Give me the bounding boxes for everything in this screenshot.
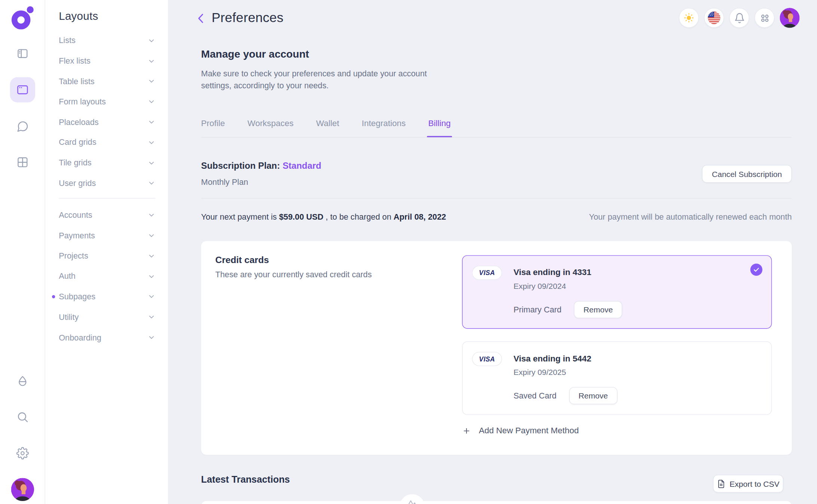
visa-logo: VISA: [472, 352, 502, 366]
theme-sun-icon[interactable]: [679, 8, 699, 28]
sidebar-item-projects[interactable]: Projects: [45, 246, 168, 266]
sidebar-nav: Lists Flex lists Table lists Form layout…: [45, 30, 168, 348]
logo-ring: [12, 10, 31, 30]
layouts-window-icon[interactable]: [10, 77, 35, 102]
sidebar-item-form-layouts[interactable]: Form layouts: [45, 92, 168, 112]
notifications-bell-icon[interactable]: [729, 8, 749, 28]
sidebar-item-utility[interactable]: Utility: [45, 307, 168, 327]
layouts-sidebar: Layouts Lists Flex lists Table lists For…: [45, 0, 169, 504]
section-heading: Manage your account: [201, 48, 309, 60]
tab-workspaces[interactable]: Workspaces: [248, 119, 294, 129]
visa-logo: VISA: [472, 266, 502, 280]
chevron-down-icon: [147, 313, 155, 321]
chevron-down-icon: [147, 77, 155, 85]
search-icon[interactable]: [16, 411, 29, 424]
sidebar-divider: [59, 198, 155, 199]
credit-cards-subheading: These are your currently saved credit ca…: [215, 270, 371, 279]
add-payment-method-button[interactable]: Add New Payment Method: [462, 426, 579, 435]
sidebar-item-card-grids[interactable]: Card grids: [45, 132, 168, 153]
remove-card-button[interactable]: Remove: [569, 387, 617, 404]
renewal-note: Your payment will be automatically renew…: [589, 212, 792, 222]
chevron-down-icon: [147, 333, 155, 341]
sidebar-item-flex-lists[interactable]: Flex lists: [45, 51, 168, 71]
sidebar-panel-icon[interactable]: [16, 47, 29, 60]
droplet-icon[interactable]: [16, 375, 29, 388]
credit-cards-heading: Credit cards: [215, 255, 269, 266]
sidebar-item-user-grids[interactable]: User grids: [45, 173, 168, 193]
chevron-down-icon: [147, 232, 155, 239]
tab-integrations[interactable]: Integrations: [362, 119, 406, 129]
chevron-down-icon: [147, 272, 155, 280]
chevron-down-icon: [147, 293, 155, 300]
chevron-down-icon: [147, 118, 155, 126]
selected-check-badge: [750, 264, 762, 276]
export-csv-button[interactable]: Export to CSV: [713, 475, 783, 493]
remove-card-button[interactable]: Remove: [574, 301, 622, 318]
tab-wallet[interactable]: Wallet: [316, 119, 339, 129]
chevron-down-icon: [147, 57, 155, 65]
tabs-divider: [201, 137, 792, 137]
main-content: Preferences: [169, 0, 817, 504]
section-divider: [201, 198, 792, 198]
section-description: Make sure to check your preferences and …: [201, 68, 442, 91]
sidebar-item-subpages[interactable]: Subpages: [45, 287, 168, 307]
transactions-heading: Latest Transactions: [201, 474, 290, 485]
plus-icon: [462, 426, 471, 435]
apps-dots-icon[interactable]: [755, 8, 774, 28]
card-expiry: Expiry 09/2025: [514, 368, 566, 377]
sidebar-item-payments[interactable]: Payments: [45, 225, 168, 245]
settings-tabs: Profile Workspaces Wallet Integrations B…: [201, 119, 451, 129]
chevron-down-icon: [147, 37, 155, 45]
active-page-dot: [52, 295, 55, 298]
sidebar-item-placeloads[interactable]: Placeloads: [45, 112, 168, 132]
credit-card-saved[interactable]: VISA Visa ending in 5442 Expiry 09/2025 …: [462, 341, 772, 415]
payment-amount: $59.00 USD: [279, 212, 324, 221]
chevron-down-icon: [147, 159, 155, 167]
cancel-subscription-button[interactable]: Cancel Subscription: [702, 165, 792, 183]
logo-dot: [27, 6, 34, 13]
chevron-down-icon: [147, 98, 155, 106]
user-avatar[interactable]: [780, 8, 799, 28]
chevron-down-icon: [147, 211, 155, 219]
plan-name: Standard: [282, 161, 321, 171]
app-logo[interactable]: [12, 6, 35, 30]
next-payment-text: Your next payment is $59.00 USD , to be …: [201, 212, 446, 222]
card-expiry: Expiry 09/2024: [514, 281, 566, 290]
payment-date: April 08, 2022: [394, 212, 446, 221]
card-title: Visa ending in 5442: [514, 354, 591, 363]
chat-icon[interactable]: [16, 120, 29, 133]
card-title: Visa ending in 4331: [514, 268, 591, 277]
sidebar-item-table-lists[interactable]: Table lists: [45, 71, 168, 91]
card-footer: Primary Card Remove: [514, 301, 622, 318]
plan-period: Monthly Plan: [201, 177, 248, 187]
card-status-label: Primary Card: [514, 305, 562, 314]
tab-profile[interactable]: Profile: [201, 119, 225, 129]
mountains-icon: [406, 497, 419, 504]
topbar: [679, 8, 800, 28]
tab-billing[interactable]: Billing: [428, 119, 451, 129]
sidebar-title: Layouts: [59, 10, 98, 23]
language-us-flag-icon[interactable]: [704, 8, 724, 28]
subscription-plan-title: Subscription Plan:Standard: [201, 161, 321, 171]
page-title: Preferences: [212, 10, 284, 25]
chevron-down-icon: [147, 179, 155, 187]
grid-icon[interactable]: [16, 156, 29, 169]
transactions-table-top: [201, 501, 792, 504]
back-button[interactable]: [194, 12, 208, 25]
icon-rail: [0, 0, 45, 504]
app-screen: Layouts Lists Flex lists Table lists For…: [0, 0, 817, 504]
chevron-down-icon: [147, 252, 155, 260]
transaction-avatar-placeholder: [400, 494, 425, 504]
user-avatar[interactable]: [11, 478, 34, 501]
card-footer: Saved Card Remove: [514, 387, 618, 404]
card-status-label: Saved Card: [514, 391, 557, 400]
sidebar-item-onboarding[interactable]: Onboarding: [45, 327, 168, 348]
credit-card-primary[interactable]: VISA Visa ending in 4331 Expiry 09/2024 …: [462, 255, 772, 329]
sidebar-item-accounts[interactable]: Accounts: [45, 205, 168, 225]
sidebar-item-auth[interactable]: Auth: [45, 266, 168, 286]
gear-icon[interactable]: [16, 447, 29, 459]
csv-file-icon: [717, 479, 726, 488]
credit-cards-panel: Credit cards These are your currently sa…: [201, 241, 792, 455]
sidebar-item-tile-grids[interactable]: Tile grids: [45, 153, 168, 173]
sidebar-item-lists[interactable]: Lists: [45, 30, 168, 51]
